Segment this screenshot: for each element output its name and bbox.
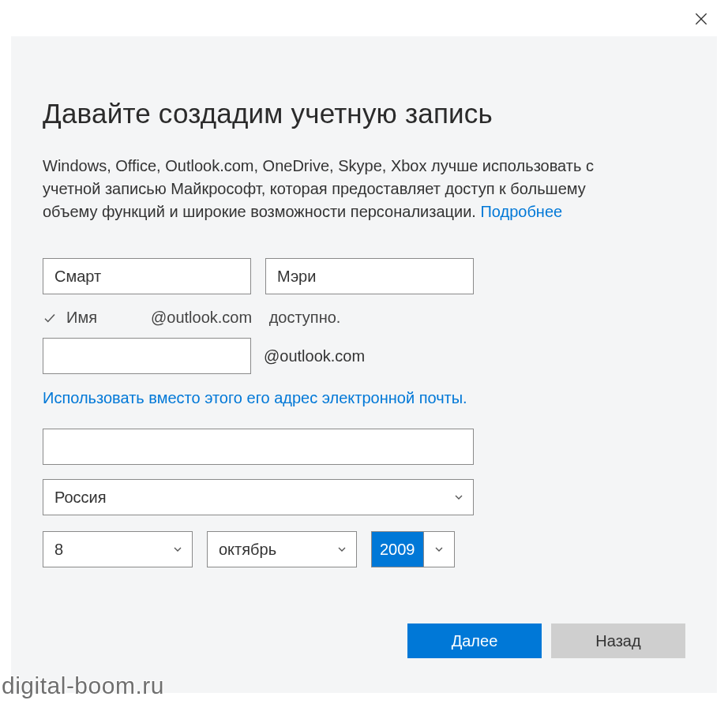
page-title: Давайте создадим учетную запись <box>43 98 685 129</box>
checkmark-icon <box>43 311 57 325</box>
chevron-down-icon <box>452 491 465 504</box>
learn-more-link[interactable]: Подробнее <box>480 203 562 220</box>
dob-month-value: октябрь <box>219 541 276 559</box>
back-button[interactable]: Назад <box>551 623 685 658</box>
dob-day-value: 8 <box>54 541 63 559</box>
availability-domain: @outlook.com <box>151 309 252 327</box>
password-row <box>43 429 685 465</box>
dob-year-select[interactable]: 2009 <box>371 531 455 567</box>
availability-name-label: Имя <box>66 309 97 327</box>
chevron-down-icon <box>423 532 454 567</box>
first-name-input[interactable] <box>43 258 251 294</box>
dob-month-select[interactable]: октябрь <box>207 531 357 567</box>
next-button[interactable]: Далее <box>407 623 542 658</box>
email-row: @outlook.com <box>43 338 685 374</box>
email-localpart-input[interactable] <box>43 338 251 374</box>
country-select-value: Россия <box>54 489 107 507</box>
dob-year-value: 2009 <box>372 532 423 567</box>
account-creation-window: Давайте создадим учетную запись Windows,… <box>0 0 728 704</box>
use-existing-email-link[interactable]: Использовать вместо этого его адрес элек… <box>43 387 516 410</box>
password-input[interactable] <box>43 429 474 465</box>
chevron-down-icon <box>171 543 184 556</box>
email-domain-suffix: @outlook.com <box>264 347 365 365</box>
content-panel: Давайте создадим учетную запись Windows,… <box>11 36 717 693</box>
dob-day-select[interactable]: 8 <box>43 531 193 567</box>
footer-buttons: Далее Назад <box>407 623 685 658</box>
description-text: Windows, Office, Outlook.com, OneDrive, … <box>43 155 643 223</box>
chevron-down-icon <box>336 543 348 556</box>
availability-row: Имя @outlook.com доступно. <box>43 309 685 327</box>
availability-status: доступно. <box>269 309 341 327</box>
last-name-input[interactable] <box>265 258 474 294</box>
close-icon[interactable] <box>693 11 709 27</box>
country-select[interactable]: Россия <box>43 479 474 515</box>
name-row <box>43 258 685 294</box>
dob-row: 8 октябрь 2009 <box>43 531 685 567</box>
